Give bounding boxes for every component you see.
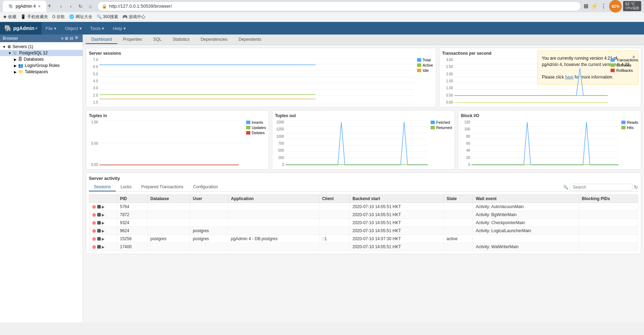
cancel-button-0[interactable] [97, 205, 101, 208]
tab-title: pgAdmin 4 [16, 4, 36, 9]
user-1 [190, 211, 228, 219]
expand-icon: ▼ [1, 45, 7, 49]
bookmark-mobile[interactable]: 📱 手机收藏夹 [21, 14, 48, 20]
cancel-button-2[interactable] [97, 221, 101, 224]
pid-1: 7872 [117, 211, 147, 219]
legend-deletes: Deletes [246, 131, 266, 135]
sidebar-tool-list[interactable]: ≡ [61, 36, 63, 41]
extensions-button[interactable]: ⊞ [584, 3, 588, 9]
tab-dependents[interactable]: Dependents [233, 36, 267, 44]
sidebar-item-tablespaces[interactable]: ▶ 📁 Tablespaces [0, 69, 83, 75]
forward-button[interactable]: › [67, 2, 75, 10]
stop-button-3[interactable]: ⊗ [92, 228, 96, 234]
cancel-button-4[interactable] [97, 237, 101, 241]
temp-indicator: 62 °C CPU/温度 [623, 1, 641, 11]
application-3 [228, 227, 319, 235]
bookmark-games[interactable]: 🎮 游戏中心 [122, 14, 145, 20]
back-button[interactable]: ‹ [57, 2, 65, 10]
legend-total: Total [417, 58, 433, 62]
sidebar-tool-expand[interactable]: ⊞ [65, 36, 68, 41]
tab-properties[interactable]: Properties [118, 36, 148, 44]
stop-button-2[interactable]: ⊗ [92, 220, 96, 226]
browser-tab[interactable]: 🐘 pgAdmin 4 × [3, 1, 46, 12]
login-group-label: Login/Group Roles [25, 63, 60, 68]
menu-file[interactable]: File ▾ [41, 22, 61, 35]
sidebar-tool-collapse[interactable]: ⊟ [70, 36, 73, 41]
cancel-button-5[interactable] [97, 245, 101, 249]
stop-button-4[interactable]: ⊗ [92, 236, 96, 242]
stop-button-0[interactable]: ⊗ [92, 204, 96, 210]
activity-search-input[interactable] [570, 184, 632, 191]
legend-color-fetched [431, 121, 435, 124]
state-3 [444, 227, 473, 235]
transactions-legend: Transactions Commits Rollbacks [611, 58, 638, 104]
legend-transactions: Transactions [611, 58, 638, 62]
bookmark-google[interactable]: G 谷歌 [52, 14, 65, 20]
legend-fetched: Fetched [431, 120, 452, 124]
legend-color-hits [621, 126, 626, 129]
reload-button[interactable]: ↻ [76, 2, 85, 10]
menu-tools[interactable]: Tools ▾ [86, 22, 109, 35]
menu-button[interactable]: ⋮ [601, 3, 606, 9]
sidebar-item-databases[interactable]: ▶ 🗄 Databases [0, 56, 83, 62]
address-bar[interactable]: 🔒 http://127.0.0.1:50539/browser/ [97, 1, 581, 11]
col-backend-start: Backend start [349, 195, 444, 203]
sidebar-search-button[interactable]: 🔍 [75, 36, 80, 41]
database-0 [147, 203, 190, 211]
stop-button-5[interactable]: ⊗ [92, 244, 96, 250]
col-application: Application [228, 195, 319, 203]
stop-button-1[interactable]: ⊗ [92, 212, 96, 218]
tab-dependencies[interactable]: Dependencies [195, 36, 233, 44]
home-button[interactable]: ⌂ [86, 2, 94, 10]
col-wait-event: Wait event [473, 195, 579, 203]
refresh-icon[interactable]: ↻ [634, 184, 638, 190]
login-group-icon: 👥 [18, 63, 23, 68]
tuples-in-chart [99, 120, 243, 167]
expand-button-4[interactable]: ▶ [102, 237, 105, 241]
pid-0: 5764 [117, 203, 147, 211]
tab-close-button[interactable]: × [38, 3, 40, 9]
wait-event-0: Activity: AutoVacuumMain [473, 203, 579, 211]
activity-tab-sessions[interactable]: Sessions [89, 183, 116, 191]
servers-label: Servers (1) [13, 44, 33, 49]
activity-tab-prepared-transactions[interactable]: Prepared Transactions [136, 183, 188, 191]
table-row: ⊗ ▶ 15256 postgres postgres pgAdmin 4 - … [89, 235, 638, 243]
profile-button[interactable]: ⚡ [591, 3, 598, 9]
application-4: pgAdmin 4 - DB:postgres [228, 235, 319, 243]
bookmark-urls[interactable]: 🌐 网址大全 [69, 14, 92, 20]
expand-icon: ▼ [7, 51, 13, 55]
block-io-panel: Block I/O 120100806040200 [458, 110, 641, 170]
expand-button-3[interactable]: ▶ [102, 229, 105, 233]
client-0 [319, 203, 349, 211]
sidebar-item-servers[interactable]: ▼ 🖥 Servers (1) [0, 44, 83, 50]
tuples-in-title: Tuples in [89, 113, 266, 118]
bookmark-favorites[interactable]: ★ 收藏 [3, 14, 16, 20]
new-tab-button[interactable]: + [48, 2, 52, 10]
transactions-chart [454, 58, 608, 104]
cancel-button-3[interactable] [97, 229, 101, 233]
cancel-button-1[interactable] [97, 213, 101, 216]
col-client: Client [319, 195, 349, 203]
bookmark-360[interactable]: 🔍 360搜索 [97, 14, 118, 20]
expand-button-5[interactable]: ▶ [102, 245, 105, 249]
expand-button-0[interactable]: ▶ [102, 205, 105, 209]
sidebar-item-postgresql12[interactable]: ▼ 🐘 PostgreSQL 12 [0, 50, 83, 56]
backend-start-3: 2020-07-10 14:05:51 HKT [349, 227, 444, 235]
activity-tab-configuration[interactable]: Configuration [188, 183, 223, 191]
tuples-out-legend: Fetched Returned [431, 120, 452, 167]
menu-help[interactable]: Help ▾ [109, 22, 130, 35]
sidebar-item-login-group-roles[interactable]: ▶ 👥 Login/Group Roles [0, 62, 83, 69]
pid-3: 9624 [117, 227, 147, 235]
expand-button-1[interactable]: ▶ [102, 213, 105, 217]
expand-button-2[interactable]: ▶ [102, 221, 105, 225]
activity-tab-locks[interactable]: Locks [116, 183, 136, 191]
tab-statistics[interactable]: Statistics [167, 36, 195, 44]
application-0 [228, 203, 319, 211]
tab-dashboard[interactable]: Dashboard [86, 36, 118, 44]
transactions-chart-area: 3.002.502.001.501.000.500.00 [442, 58, 638, 104]
main-container: Browser ≡ ⊞ ⊟ 🔍 ▼ 🖥 Servers (1) ▼ 🐘 Post… [0, 35, 644, 322]
tuples-out-panel: Tuples out 1500125010007505002500 [272, 110, 455, 170]
menu-object[interactable]: Object ▾ [61, 22, 86, 35]
legend-color-inserts [246, 121, 250, 124]
tab-sql[interactable]: SQL [147, 36, 167, 44]
